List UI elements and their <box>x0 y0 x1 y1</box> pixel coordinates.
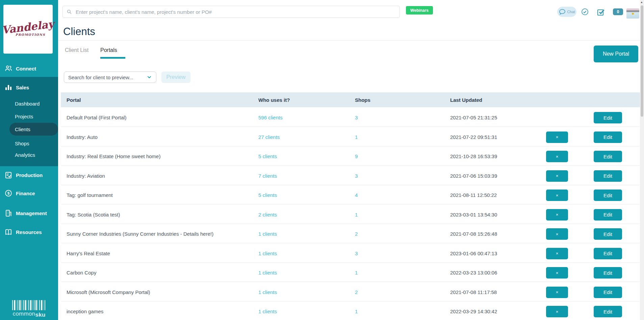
remove-portal-button[interactable]: × <box>546 151 568 162</box>
sidebar-item-sales[interactable]: Sales <box>0 82 58 92</box>
portal-table-rows: Default Portal (First Portal) 596 client… <box>61 109 640 320</box>
vertical-scrollbar[interactable]: ▲ <box>640 0 644 320</box>
edit-portal-button[interactable]: Edit <box>594 287 622 298</box>
remove-portal-button[interactable]: × <box>546 209 568 221</box>
clients-count-link[interactable]: 596 clients <box>258 109 283 126</box>
last-updated-value: 2021-08-11 12:50:22 <box>450 186 497 204</box>
clients-count-link[interactable]: 7 clients <box>258 167 277 185</box>
shops-count-link[interactable]: 1 <box>355 128 358 146</box>
clients-count-link[interactable]: 5 clients <box>258 147 277 165</box>
dollar-circle-icon: $ <box>4 189 12 197</box>
client-preview-select[interactable]: Search for client to preview... <box>64 71 156 83</box>
shops-count-link[interactable]: 3 <box>355 109 358 126</box>
chat-button[interactable]: Chat <box>557 7 576 17</box>
sidebar-item-management[interactable]: Management <box>0 208 58 218</box>
portal-name: Carbon Copy <box>67 264 96 282</box>
tab-client-list[interactable]: Client List <box>65 47 88 53</box>
edit-portal-button[interactable]: Edit <box>594 248 622 259</box>
preview-button[interactable]: Preview <box>161 71 190 83</box>
sidebar-item-label: Resources <box>16 229 42 235</box>
sidebar-item-connect[interactable]: Connect <box>0 63 58 74</box>
portal-name: Tag: Scotia (Scotia test) <box>67 206 120 224</box>
table-row: Tag: golf tournament 5 clients 4 2021-08… <box>61 186 640 204</box>
shops-count-link[interactable]: 1 <box>355 264 358 282</box>
clients-count-link[interactable]: 1 clients <box>258 283 277 301</box>
clients-count-link[interactable]: 1 clients <box>258 244 277 262</box>
sidebar-item-dashboard[interactable]: Dashboard <box>0 97 58 110</box>
edit-portal-button[interactable]: Edit <box>594 132 622 143</box>
shops-count-link[interactable]: 3 <box>355 167 358 185</box>
last-updated-value: 2021-07-22 09:51:31 <box>450 128 497 146</box>
table-row: Tag: Scotia (Scotia test) 2 clients 1 20… <box>61 206 640 224</box>
chat-bubble-icon <box>559 9 566 15</box>
scrollbar-thumb[interactable] <box>641 5 643 117</box>
edit-portal-button[interactable]: Edit <box>594 112 622 123</box>
portal-name: Harry's Real Estate <box>67 244 110 262</box>
table-row: Microsoft (Microsoft Company Portal) 1 c… <box>61 283 640 301</box>
clients-count-link[interactable]: 1 clients <box>258 302 277 320</box>
tab-portals[interactable]: Portals <box>100 47 117 53</box>
clients-count-link[interactable]: 1 clients <box>258 264 277 282</box>
new-portal-button[interactable]: New Portal <box>594 46 638 62</box>
sidebar-item-analytics[interactable]: Analytics <box>0 148 58 161</box>
clipboard-check-icon <box>4 171 12 179</box>
tasks-button[interactable] <box>597 8 606 17</box>
sidebar-item-production[interactable]: Production <box>0 170 58 180</box>
scroll-up-arrow[interactable]: ▲ <box>640 1 643 4</box>
sidebar-item-clients[interactable]: Clients <box>0 123 58 136</box>
global-search <box>62 6 400 18</box>
user-avatar[interactable] <box>626 8 639 19</box>
search-icon <box>66 9 72 15</box>
edit-portal-button[interactable]: Edit <box>594 228 622 240</box>
edit-portal-button[interactable]: Edit <box>594 209 622 221</box>
notification-count-badge[interactable]: 0 <box>613 8 623 15</box>
table-row: Harry's Real Estate 1 clients 3 2023-01-… <box>61 244 640 262</box>
sidebar-item-finance[interactable]: $ Finance <box>0 188 58 198</box>
clients-count-link[interactable]: 27 clients <box>258 128 280 146</box>
remove-portal-button[interactable]: × <box>546 170 568 182</box>
table-row: Sunny Corner Industries (Sunny Corner In… <box>61 225 640 243</box>
remove-portal-button[interactable]: × <box>546 306 568 317</box>
shops-count-link[interactable]: 9 <box>355 147 358 165</box>
remove-portal-button[interactable]: × <box>546 248 568 259</box>
shops-count-link[interactable]: 2 <box>355 283 358 301</box>
sidebar-item-label: Production <box>16 172 43 178</box>
webinars-button[interactable]: Webinars <box>406 6 433 14</box>
sidebar-item-label: Management <box>16 210 47 216</box>
portal-name: Sunny Corner Industries (Sunny Corner In… <box>67 225 213 243</box>
edit-portal-button[interactable]: Edit <box>594 151 622 162</box>
edit-portal-button[interactable]: Edit <box>594 306 622 317</box>
sidebar-item-shops[interactable]: Shops <box>0 137 58 150</box>
portal-name: Default Portal (First Portal) <box>67 109 127 126</box>
remove-portal-button[interactable]: × <box>546 132 568 143</box>
book-icon <box>4 228 12 236</box>
shops-count-link[interactable]: 1 <box>355 302 358 320</box>
remove-portal-button[interactable]: × <box>546 190 568 201</box>
edit-portal-button[interactable]: Edit <box>594 170 622 182</box>
portal-name: Tag: golf tournament <box>67 186 113 204</box>
clock-check-icon <box>581 8 589 16</box>
remove-portal-button[interactable]: × <box>546 287 568 298</box>
tab-strip: Client List Portals <box>58 40 644 59</box>
active-tab-underline <box>100 57 125 59</box>
shops-count-link[interactable]: 3 <box>355 244 358 262</box>
portal-name: Microsoft (Microsoft Company Portal) <box>67 283 150 301</box>
shops-count-link[interactable]: 2 <box>355 225 358 243</box>
remove-portal-button[interactable]: × <box>546 228 568 240</box>
shops-count-link[interactable]: 1 <box>355 206 358 224</box>
shops-count-link[interactable]: 4 <box>355 186 358 204</box>
sidebar-item-projects[interactable]: Projects <box>0 110 58 123</box>
portal-name: Industry: Aviation <box>67 167 105 185</box>
clients-count-link[interactable]: 1 clients <box>258 225 277 243</box>
sidebar-item-resources[interactable]: Resources <box>0 227 58 237</box>
last-updated-value: 2022-03-23 13:00:06 <box>450 264 497 282</box>
people-icon <box>4 64 12 72</box>
search-input[interactable] <box>75 9 400 15</box>
edit-portal-button[interactable]: Edit <box>594 267 622 279</box>
table-header: Portal Who uses it? Shops Last Updated <box>61 92 640 107</box>
reminders-button[interactable] <box>581 8 589 17</box>
edit-portal-button[interactable]: Edit <box>594 190 622 201</box>
remove-portal-button[interactable]: × <box>546 267 568 279</box>
clients-count-link[interactable]: 5 clients <box>258 186 277 204</box>
clients-count-link[interactable]: 2 clients <box>258 206 277 224</box>
